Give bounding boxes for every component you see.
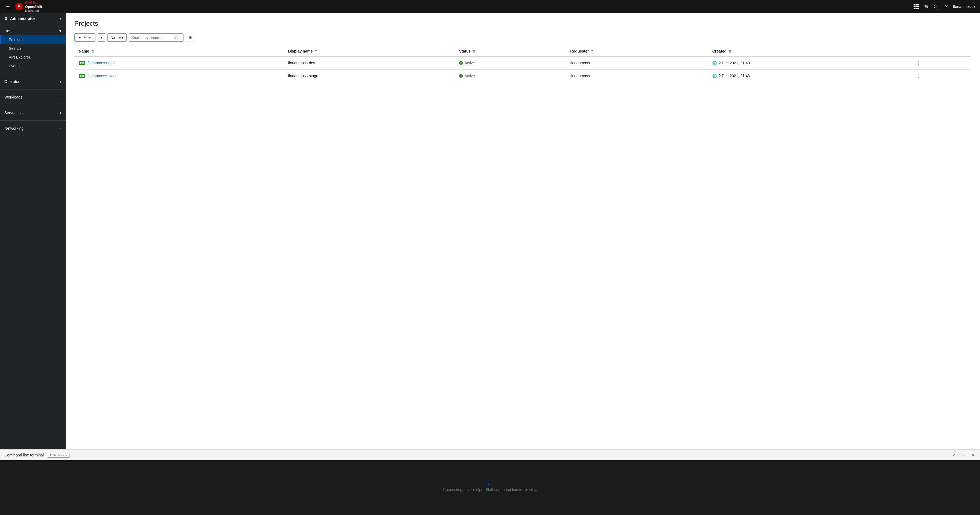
terminal-actions: ⤢ — ✕	[951, 451, 975, 459]
filter-button[interactable]: ▼ Filter	[75, 33, 95, 41]
terminal-close-button[interactable]: ✕	[970, 451, 975, 459]
filter-icon: ▼	[78, 35, 82, 40]
loading-dot-2	[490, 483, 492, 485]
apps-grid-icon[interactable]	[913, 4, 919, 9]
page-title: Projects	[75, 20, 971, 27]
row2-requester: florianmoss	[566, 70, 708, 82]
terminal-bar: Command line terminal Tech preview ⤢ — ✕	[0, 449, 980, 460]
table-row: PR florianmoss-dev florianmoss-dev Activ…	[75, 56, 971, 70]
nav-left: ☰ Red Hat OpenShift Dedicated	[5, 0, 42, 13]
sort-status-icon: ⇅	[473, 49, 476, 53]
table-row: PR florianmoss-stage florianmoss-stage A…	[75, 70, 971, 82]
col-created[interactable]: Created ⇅	[708, 46, 912, 56]
globe-icon-2: 🌐	[712, 73, 717, 78]
row1-actions-cell: ⋮	[912, 56, 971, 70]
user-menu[interactable]: florianmoss ▾	[953, 5, 975, 9]
col-requester[interactable]: Requester ⇅	[566, 46, 708, 56]
projects-table: Name ⇅ Display name ⇅ Status ⇅ Requester…	[75, 46, 971, 82]
row1-requester: florianmoss	[566, 56, 708, 70]
row1-status: Active	[455, 56, 566, 70]
terminal-minimize-button[interactable]: —	[960, 451, 967, 459]
search-input-wrap: /	[129, 33, 183, 41]
row1-status-text: Active	[465, 61, 475, 65]
name-dropdown-button[interactable]: Name ▾	[107, 33, 127, 41]
brand-redhat: Red Hat	[25, 0, 42, 5]
row1-project-link[interactable]: PR florianmoss-dev	[79, 61, 279, 65]
row2-project-link[interactable]: PR florianmoss-stage	[79, 73, 279, 78]
row2-name-cell: PR florianmoss-stage	[75, 70, 283, 82]
sidebar-home-header[interactable]: Home ▾	[0, 27, 65, 35]
terminal-area: Connecting to your OpenShift command lin…	[0, 460, 980, 515]
sidebar-divider-4	[0, 120, 65, 121]
row1-created: 🌐 2 Dec 2021, 21:43	[708, 56, 912, 70]
sidebar-serverless-section: Serverless ›	[0, 106, 65, 119]
sidebar-item-api-explorer[interactable]: API Explorer	[0, 53, 65, 62]
col-actions	[912, 46, 971, 56]
columns-icon: ⊞	[189, 35, 192, 40]
row2-actions-cell: ⋮	[912, 70, 971, 82]
sidebar-home-label: Home	[5, 29, 14, 33]
columns-button[interactable]: ⊞	[186, 33, 195, 42]
role-caret-icon: ▾	[59, 16, 61, 21]
row1-display-name: florianmoss-dev	[283, 56, 455, 70]
sort-display-name-icon: ⇅	[315, 49, 318, 53]
search-slash: /	[173, 35, 178, 40]
sidebar-serverless-label: Serverless	[5, 110, 22, 115]
row2-name: florianmoss-stage	[88, 73, 118, 78]
terminal-expand-button[interactable]: ⤢	[951, 451, 957, 459]
col-name[interactable]: Name ⇅	[75, 46, 283, 56]
terminal-connecting-text: Connecting to your OpenShift command lin…	[443, 487, 537, 492]
sidebar-networking-header[interactable]: Networking ›	[0, 124, 65, 133]
row1-badge: PR	[79, 61, 85, 65]
sidebar-workloads-caret-icon: ›	[60, 95, 61, 99]
app-body: ⚙ Administrator ▾ Home ▾ Projects Search…	[0, 13, 980, 449]
sidebar-divider-1	[0, 73, 65, 74]
add-icon[interactable]: ⊕	[924, 3, 928, 10]
username: florianmoss	[953, 5, 973, 9]
name-label: Name	[110, 35, 121, 40]
filter-label: Filter	[83, 35, 92, 40]
terminal-label: Command line terminal	[5, 453, 44, 457]
sidebar: ⚙ Administrator ▾ Home ▾ Projects Search…	[0, 13, 65, 449]
filter-dropdown-button[interactable]: ▾	[98, 33, 105, 41]
row2-status-icon	[459, 74, 463, 78]
col-display-name[interactable]: Display name ⇅	[283, 46, 455, 56]
sidebar-item-events[interactable]: Events	[0, 62, 65, 70]
row1-kebab-menu[interactable]: ⋮	[916, 60, 921, 66]
sidebar-item-projects[interactable]: Projects	[0, 35, 65, 44]
role-label: ⚙ Administrator	[5, 16, 35, 21]
row1-name-cell: PR florianmoss-dev	[75, 56, 283, 70]
row1-created-text: 2 Dec 2021, 21:43	[719, 61, 750, 65]
role-selector[interactable]: ⚙ Administrator ▾	[0, 13, 65, 24]
main-content: Projects ▼ Filter ▾ Name ▾ / ⊞	[65, 13, 980, 449]
name-drop-icon: ▾	[122, 35, 124, 40]
help-icon[interactable]: ?	[945, 4, 947, 10]
sidebar-home-caret-icon: ▾	[59, 29, 61, 33]
sort-created-icon: ⇅	[729, 49, 732, 53]
row2-kebab-menu[interactable]: ⋮	[916, 73, 921, 78]
sidebar-operators-header[interactable]: Operators ›	[0, 77, 65, 86]
user-caret-icon: ▾	[974, 5, 975, 9]
row2-created-text: 2 Dec 2021, 21:43	[719, 73, 750, 78]
terminal-icon[interactable]: >_	[934, 4, 940, 10]
row2-status: Active	[455, 70, 566, 82]
sidebar-item-search[interactable]: Search	[0, 44, 65, 53]
sidebar-serverless-header[interactable]: Serverless ›	[0, 108, 65, 117]
sidebar-workloads-header[interactable]: Workloads ›	[0, 93, 65, 102]
sidebar-serverless-caret-icon: ›	[60, 110, 61, 115]
hamburger-menu[interactable]: ☰	[5, 2, 11, 11]
sidebar-divider-3	[0, 105, 65, 105]
sidebar-operators-caret-icon: ›	[60, 79, 61, 84]
sidebar-workloads-section: Workloads ›	[0, 91, 65, 104]
search-input[interactable]	[129, 33, 173, 41]
sidebar-divider-2	[0, 89, 65, 89]
sidebar-networking-label: Networking	[5, 126, 24, 131]
table-body: PR florianmoss-dev florianmoss-dev Activ…	[75, 56, 971, 82]
top-nav: ☰ Red Hat OpenShift Dedicated ⊕ >_ ? flo…	[0, 0, 980, 13]
globe-icon: 🌐	[712, 61, 717, 65]
row2-status-text: Active	[465, 73, 475, 78]
col-status[interactable]: Status ⇅	[455, 46, 566, 56]
sidebar-workloads-label: Workloads	[5, 95, 22, 99]
sidebar-networking-section: Networking ›	[0, 122, 65, 135]
redhat-logo	[15, 3, 23, 10]
